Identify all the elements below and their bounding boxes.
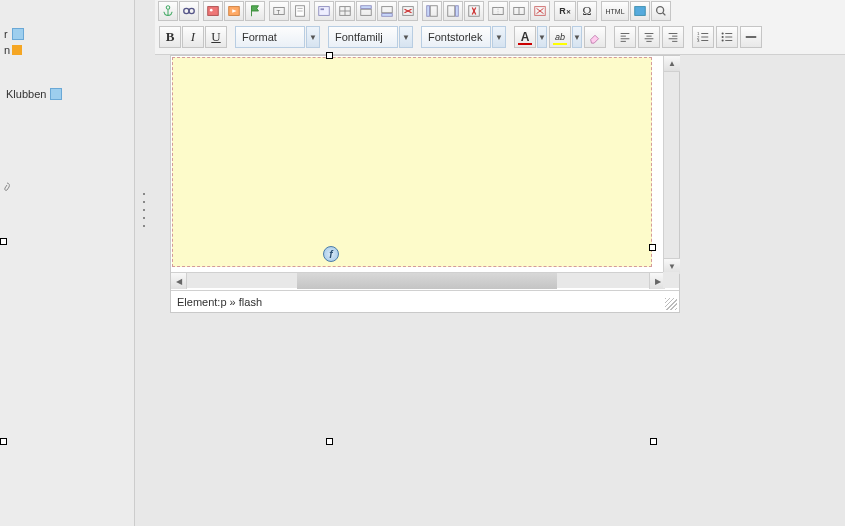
sidebar-item-label: r: [4, 28, 8, 40]
sidebar-item-label: n: [4, 44, 10, 56]
align-right-button[interactable]: [662, 26, 684, 48]
table-delete-button[interactable]: [530, 1, 550, 21]
col-after-button[interactable]: [443, 1, 463, 21]
document-button[interactable]: [290, 1, 310, 21]
svg-rect-36: [635, 7, 646, 16]
fontfamily-select-arrow[interactable]: ▼: [399, 26, 413, 48]
svg-line-38: [663, 13, 666, 16]
table-insert-button[interactable]: [335, 1, 355, 21]
horizontal-scrollbar[interactable]: ◀ ▶: [171, 272, 665, 288]
resize-handle-e[interactable]: [649, 244, 656, 251]
toolbar: T R✕ Ω: [155, 0, 845, 55]
svg-rect-16: [361, 6, 372, 9]
toolbar-row-2: B I U Format ▼ Fontfamilj ▼ Fontstorlek …: [155, 24, 845, 50]
sidebar-item-label: Klubben: [6, 88, 46, 100]
textcolor-arrow[interactable]: ▼: [537, 26, 547, 48]
scroll-corner: [663, 272, 679, 288]
vertical-scrollbar[interactable]: ▲ ▼: [663, 56, 679, 274]
splitter-handle[interactable]: [140, 190, 148, 230]
flag-button[interactable]: [245, 1, 265, 21]
svg-rect-24: [448, 6, 455, 17]
highlight-button[interactable]: ab: [549, 26, 571, 48]
status-bar: Element: p » flash: [171, 290, 679, 312]
merge-cells-button[interactable]: [488, 1, 508, 21]
resize-grip[interactable]: [665, 298, 677, 310]
scroll-thumb[interactable]: [297, 273, 557, 289]
split-cells-button[interactable]: [509, 1, 529, 21]
scroll-track[interactable]: [187, 273, 649, 288]
eraser-button[interactable]: [584, 26, 606, 48]
fontfamily-select-label: Fontfamilj: [335, 31, 383, 43]
link-button[interactable]: [179, 1, 199, 21]
form-button[interactable]: [314, 1, 334, 21]
preview-button[interactable]: [651, 1, 671, 21]
highlight-arrow[interactable]: ▼: [572, 26, 582, 48]
status-prefix: Element:: [177, 296, 220, 308]
highlight-swatch: [553, 43, 567, 45]
format-select[interactable]: Format: [235, 26, 305, 48]
format-select-arrow[interactable]: ▼: [306, 26, 320, 48]
remove-format-button[interactable]: R✕: [554, 1, 576, 21]
hr-button[interactable]: [740, 26, 762, 48]
svg-rect-15: [361, 9, 372, 15]
svg-point-61: [722, 39, 724, 41]
outer-resize-handle-w[interactable]: [0, 238, 7, 245]
svg-rect-17: [382, 7, 393, 13]
media-button[interactable]: [224, 1, 244, 21]
sidebar-item-r[interactable]: r: [0, 26, 134, 42]
svg-rect-11: [321, 8, 325, 10]
align-center-button[interactable]: [638, 26, 660, 48]
outer-resize-handle-s[interactable]: [326, 438, 333, 445]
list-unordered-button[interactable]: [716, 26, 738, 48]
textbox-button[interactable]: T: [269, 1, 289, 21]
attachment-icon: [2, 182, 12, 194]
toolbar-row-1: T R✕ Ω: [155, 0, 845, 24]
outer-resize-handle-se[interactable]: [650, 438, 657, 445]
sidebar: r n Klubben: [0, 0, 135, 526]
svg-rect-25: [456, 6, 459, 17]
list-ordered-button[interactable]: 123: [692, 26, 714, 48]
fontsize-select-label: Fontstorlek: [428, 31, 482, 43]
textcolor-swatch: [518, 43, 532, 45]
svg-point-1: [189, 8, 194, 13]
fontfamily-select[interactable]: Fontfamilj: [328, 26, 398, 48]
scroll-left-arrow[interactable]: ◀: [171, 273, 187, 289]
row-delete-button[interactable]: [398, 1, 418, 21]
fontsize-select[interactable]: Fontstorlek: [421, 26, 491, 48]
fontsize-select-arrow[interactable]: ▼: [492, 26, 506, 48]
sidebar-item-klubben[interactable]: Klubben: [2, 86, 134, 102]
image-button[interactable]: [203, 1, 223, 21]
svg-point-57: [722, 32, 724, 34]
note-icon: [12, 45, 22, 55]
align-left-button[interactable]: [614, 26, 636, 48]
outer-resize-handle-sw[interactable]: [0, 438, 7, 445]
special-char-button[interactable]: Ω: [577, 1, 597, 21]
sidebar-item-n[interactable]: n: [0, 42, 134, 58]
anchor-button[interactable]: [158, 1, 178, 21]
resize-handle-n[interactable]: [326, 52, 333, 59]
svg-point-0: [184, 8, 189, 13]
editor-canvas[interactable]: f ▲ ▼ ◀ ▶ Element: p » flash: [170, 55, 680, 313]
format-select-label: Format: [242, 31, 277, 43]
html-source-button[interactable]: HTML: [601, 1, 629, 21]
row-before-button[interactable]: [356, 1, 376, 21]
flash-object[interactable]: f: [172, 57, 652, 267]
status-element-path[interactable]: p » flash: [220, 296, 262, 308]
svg-rect-10: [319, 7, 330, 16]
textcolor-button[interactable]: A: [514, 26, 536, 48]
svg-rect-2: [208, 7, 219, 16]
col-delete-button[interactable]: [464, 1, 484, 21]
page-icon: [12, 28, 24, 40]
svg-text:3: 3: [697, 38, 700, 43]
svg-rect-22: [430, 6, 437, 17]
col-before-button[interactable]: [422, 1, 442, 21]
bold-button[interactable]: B: [159, 26, 181, 48]
svg-rect-18: [382, 14, 393, 17]
italic-button[interactable]: I: [182, 26, 204, 48]
row-after-button[interactable]: [377, 1, 397, 21]
scroll-up-arrow[interactable]: ▲: [664, 56, 680, 72]
underline-button[interactable]: U: [205, 26, 227, 48]
svg-point-59: [722, 36, 724, 38]
svg-rect-23: [427, 6, 430, 17]
fullscreen-button[interactable]: [630, 1, 650, 21]
